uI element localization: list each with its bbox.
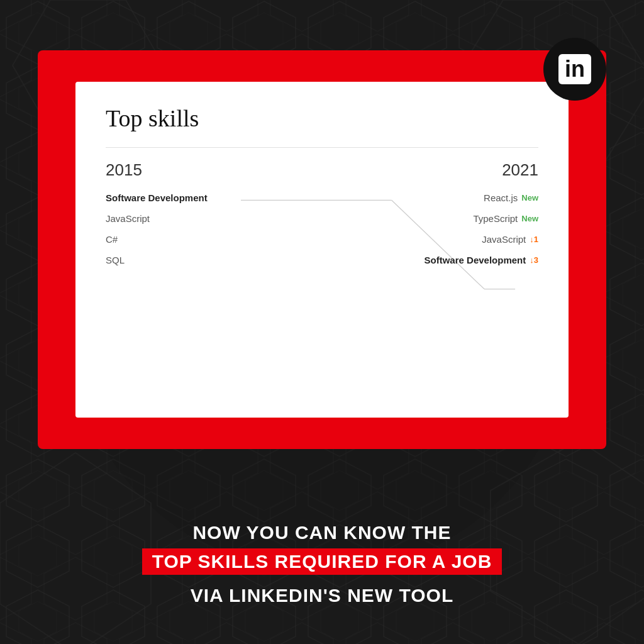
linkedin-in-icon: in <box>558 54 591 84</box>
skill-right-name-3: Software Development <box>425 255 526 265</box>
skill-right-name-2: JavaScript <box>482 234 526 245</box>
bottom-line3: VIA LINKEDIN'S NEW TOOL <box>50 585 594 606</box>
skill-right-1: TypeScript New <box>473 213 538 224</box>
skill-right-2: JavaScript ↓1 <box>482 234 538 245</box>
bottom-line2-wrapper: TOP SKILLS REQUIRED FOR A JOB <box>142 548 502 575</box>
bottom-line1: NOW YOU CAN KNOW THE <box>50 522 594 543</box>
years-row: 2015 2021 <box>106 160 538 180</box>
skill-right-name-0: React.js <box>484 192 518 203</box>
skill-left-0: Software Development <box>106 192 208 203</box>
skill-left-3: SQL <box>106 255 208 265</box>
skill-right-badge-3: ↓3 <box>530 255 538 265</box>
skill-right-badge-0: New <box>521 193 538 203</box>
skills-section: Software Development JavaScript C# SQL R… <box>106 192 538 293</box>
skill-left-1: JavaScript <box>106 213 208 224</box>
skill-left-2: C# <box>106 234 208 245</box>
year-right: 2021 <box>502 160 538 180</box>
divider <box>106 147 538 148</box>
skill-right-badge-1: New <box>521 214 538 223</box>
skill-right-badge-2: ↓1 <box>530 235 538 244</box>
white-card: Top skills 2015 2021 Software Developmen… <box>75 82 569 418</box>
bottom-line2: TOP SKILLS REQUIRED FOR A JOB <box>152 551 492 572</box>
linkedin-logo-circle: in <box>543 38 606 101</box>
skills-right: React.js New TypeScript New JavaScript ↓… <box>425 192 538 265</box>
skills-left: Software Development JavaScript C# SQL <box>106 192 208 265</box>
skill-right-name-1: TypeScript <box>473 213 518 224</box>
skill-right-3: Software Development ↓3 <box>425 255 538 265</box>
year-left: 2015 <box>106 160 142 180</box>
card-title: Top skills <box>106 104 538 132</box>
skill-right-0: React.js New <box>484 192 538 203</box>
bottom-text-section: NOW YOU CAN KNOW THE TOP SKILLS REQUIRED… <box>0 522 644 606</box>
red-card: Top skills 2015 2021 Software Developmen… <box>38 50 606 449</box>
